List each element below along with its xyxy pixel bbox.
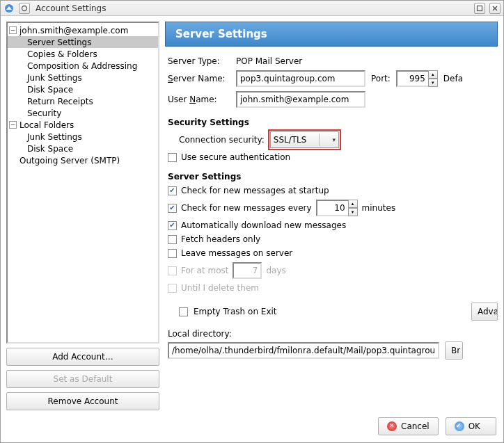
panel-body: Server Type: POP Mail Server Server Name… [165,47,498,410]
use-secure-auth-label: Use secure authentication [181,152,290,162]
for-at-most-checkbox [168,266,177,275]
tree-item-server-settings[interactable]: Server Settings [8,36,158,48]
panel-title: Server Settings [165,22,498,47]
port-stepper[interactable]: ▴▾ [396,70,438,87]
remove-account-button[interactable]: Remove Account [6,392,159,410]
set-default-button: Set as Default [6,370,159,388]
auto-download-label: Automatically download new messages [181,220,346,230]
user-name-input[interactable] [236,91,365,108]
minutes-down[interactable]: ▾ [348,208,358,216]
check-startup-checkbox[interactable] [168,186,177,195]
tree-account-local-folders[interactable]: − Local Folders [8,119,158,131]
fetch-headers-checkbox[interactable] [168,235,177,244]
tree-item-copies-folders[interactable]: Copies & Folders [8,48,158,60]
cancel-button[interactable]: Cancel [378,417,439,435]
ok-button[interactable]: OK [446,417,496,435]
svg-rect-2 [478,6,482,10]
connection-security-dropdown[interactable]: SSL/TLS ▾ [270,131,339,148]
until-delete-checkbox [168,284,177,293]
connection-security-label: Connection security: [179,135,265,145]
days-label: days [266,266,285,275]
tree-item-composition[interactable]: Composition & Addressing [8,60,158,72]
tree-item-lf-junk-settings[interactable]: Junk Settings [8,131,158,143]
advanced-button[interactable]: Adva [471,303,498,321]
account-settings-window: Account Settings − john.smith@example.co… [0,0,504,443]
leave-on-server-label: Leave messages on server [181,248,292,258]
minutes-label: minutes [362,203,396,213]
port-up[interactable]: ▴ [428,70,438,79]
tree-item-return-receipts[interactable]: Return Receipts [8,95,158,107]
dialog-footer: Cancel OK [6,414,498,437]
cancel-icon [387,421,397,431]
window-title: Account Settings [36,3,106,13]
until-delete-label: Until I delete them [181,283,259,293]
connection-security-value: SSL/TLS [274,135,307,145]
server-type-label: Server Type: [168,56,230,66]
app-icon [3,3,15,14]
tree-item-security[interactable]: Security [8,107,158,119]
chevron-down-icon: ▾ [332,136,336,143]
check-startup-label: Check for new messages at startup [181,186,329,195]
local-directory-input[interactable] [168,342,439,359]
titlebar: Account Settings [1,1,503,16]
server-type-value: POP Mail Server [236,56,302,66]
default-port-label: Defa [443,74,463,83]
tree-account-email[interactable]: − john.smith@example.com [8,24,158,36]
tree-item-junk-settings[interactable]: Junk Settings [8,72,158,83]
port-down[interactable]: ▾ [428,79,438,87]
fetch-headers-label: Fetch headers only [181,234,260,244]
server-settings-title: Server Settings [168,172,498,182]
server-name-input[interactable] [236,70,365,87]
minutes-up[interactable]: ▴ [348,200,358,208]
tree-item-lf-disk-space[interactable]: Disk Space [8,143,158,154]
ok-icon [455,421,464,431]
tree-item-disk-space[interactable]: Disk Space [8,83,158,95]
check-every-checkbox[interactable] [168,204,177,213]
security-settings-title: Security Settings [168,118,498,127]
server-name-label: Server Name: [168,74,230,83]
local-directory-label: Local directory: [168,329,498,339]
port-input[interactable] [396,70,430,87]
expander-icon[interactable]: − [9,121,17,129]
check-every-input[interactable] [316,200,349,216]
for-at-most-input [233,262,262,279]
check-every-label: Check for new messages every [181,203,312,213]
client-area: − john.smith@example.com Server Settings… [1,16,503,442]
check-every-stepper[interactable]: ▴▾ [316,200,358,216]
close-button[interactable] [489,3,501,14]
browse-button[interactable]: Br [445,341,463,360]
use-secure-auth-checkbox[interactable] [168,153,177,162]
window-menu-button[interactable] [19,3,30,14]
port-label: Port: [371,74,391,83]
maximize-button[interactable] [474,3,485,14]
user-name-label: User Name: [168,95,230,104]
tree-account-smtp[interactable]: Outgoing Server (SMTP) [8,154,158,166]
account-tree[interactable]: − john.smith@example.com Server Settings… [6,22,159,344]
auto-download-checkbox[interactable] [168,221,177,230]
expander-icon[interactable]: − [9,26,17,34]
svg-point-1 [22,6,27,10]
leave-on-server-checkbox[interactable] [168,249,177,258]
for-at-most-label: For at most [181,266,228,275]
empty-trash-label: Empty Trash on Exit [194,307,277,316]
account-sidebar: − john.smith@example.com Server Settings… [6,22,159,410]
add-account-button[interactable]: Add Account… [6,348,159,366]
empty-trash-checkbox[interactable] [179,307,188,316]
settings-panel: Server Settings Server Type: POP Mail Se… [165,22,498,410]
